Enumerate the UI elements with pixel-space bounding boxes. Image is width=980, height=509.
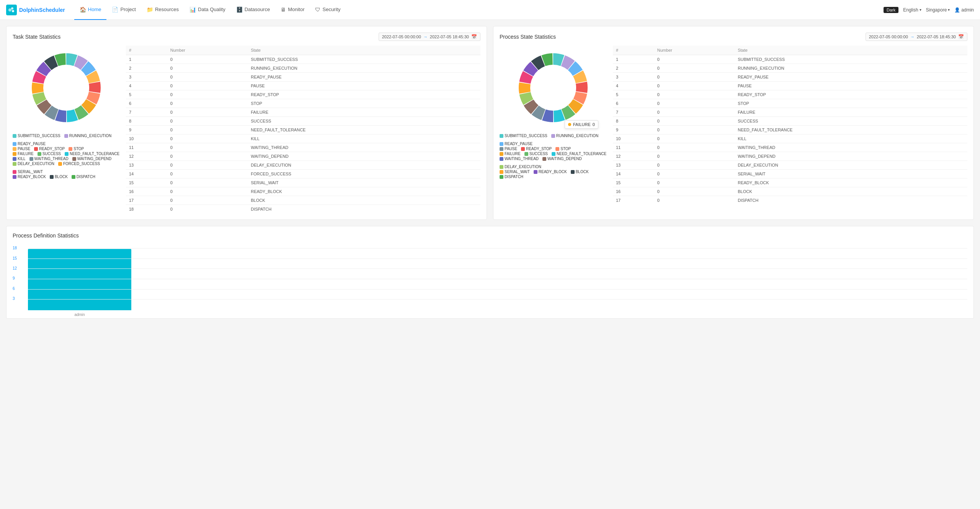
- legend-item: READY_STOP: [34, 147, 65, 151]
- legend-item: SERIAL_WAIT: [500, 170, 530, 174]
- y-label-12: 12: [13, 267, 17, 270]
- legend-row: FAILURESUCCESSNEED_FAULT_TOLERANCE: [13, 152, 120, 156]
- row-index: 10: [126, 134, 167, 143]
- legend-label: WAITING_THREAD: [34, 157, 69, 161]
- legend-row: SERIAL_WAITREADY_BLOCKBLOCK: [500, 170, 607, 174]
- legend-label: DISPATCH: [505, 175, 523, 179]
- y-label-6: 6: [13, 287, 17, 291]
- legend-item: SUBMITTED_SUCCESS: [13, 134, 60, 138]
- legend-row: READY_BLOCKBLOCKDISPATCH: [13, 175, 120, 179]
- table-row: 110WAITING_THREAD: [126, 143, 480, 152]
- row-index: 8: [613, 117, 654, 126]
- col-number: #: [126, 46, 167, 55]
- row-count: 0: [654, 73, 735, 82]
- nav-label: Datasource: [245, 7, 270, 12]
- nav-icon: 📄: [112, 7, 118, 13]
- nav-item-monitor[interactable]: 🖥Monitor: [275, 0, 310, 20]
- legend-item: PAUSE: [500, 147, 517, 151]
- row-index: 11: [126, 143, 167, 152]
- row-state: WAITING_THREAD: [248, 143, 480, 152]
- row-index: 18: [126, 205, 167, 214]
- row-index: 14: [126, 170, 167, 178]
- logo[interactable]: DolphinScheduler: [6, 5, 65, 15]
- task-date-to: 2022-07-05 18:45:30: [430, 34, 469, 39]
- legend-item: PAUSE: [13, 147, 30, 151]
- legend-dot: [50, 175, 54, 179]
- legend-label: SERIAL_WAIT: [505, 170, 530, 174]
- legend-label: SUBMITTED_SUCCESS: [505, 134, 547, 138]
- row-state: SUCCESS: [248, 117, 480, 126]
- row-state: KILL: [735, 134, 967, 143]
- theme-button[interactable]: Dark: [884, 7, 898, 13]
- row-state: NEED_FAULT_TOLERANCE: [735, 126, 967, 134]
- row-state: SUCCESS: [735, 117, 967, 126]
- legend-label: FAILURE: [505, 152, 521, 156]
- row-state: PAUSE: [735, 82, 967, 90]
- row-count: 0: [654, 99, 735, 108]
- legend-item: FORCED_SUCCESS: [58, 162, 100, 166]
- legend-label: WAITING_THREAD: [505, 157, 539, 161]
- row-index: 12: [613, 152, 654, 161]
- nav-item-resources[interactable]: 📁Resources: [141, 0, 184, 20]
- row-count: 0: [654, 64, 735, 73]
- process-date-range[interactable]: 2022-07-05 00:00:00 → 2022-07-05 18:45:3…: [866, 33, 967, 41]
- legend-item: BLOCK: [50, 175, 68, 179]
- table-row: 20RUNNING_EXECUTION: [613, 64, 967, 73]
- process-date-from: 2022-07-05 00:00:00: [869, 34, 908, 39]
- row-count: 0: [167, 196, 248, 205]
- user-icon: 👤: [954, 7, 960, 13]
- nav-item-data-quality[interactable]: 📊Data Quality: [184, 0, 231, 20]
- col-count: Number: [167, 46, 248, 55]
- nav-item-project[interactable]: 📄Project: [106, 0, 141, 20]
- row-state: BLOCK: [248, 196, 480, 205]
- task-donut-chart: [24, 46, 108, 130]
- legend-dot: [500, 134, 503, 138]
- row-index: 2: [126, 64, 167, 73]
- task-date-range[interactable]: 2022-07-05 00:00:00 → 2022-07-05 18:45:3…: [379, 33, 480, 41]
- row-state: READY_STOP: [248, 90, 480, 99]
- row-count: 0: [167, 64, 248, 73]
- table-row: 40PAUSE: [126, 82, 480, 90]
- nav-icon: 🏠: [80, 7, 86, 13]
- row-count: 0: [167, 161, 248, 170]
- row-state: DISPATCH: [735, 196, 967, 205]
- legend-label: DELAY_EXECUTION: [18, 162, 54, 166]
- legend-dot: [521, 147, 525, 151]
- region-dropdown[interactable]: Singapore ▾: [926, 7, 950, 13]
- table-row: 60STOP: [613, 99, 967, 108]
- nav-item-home[interactable]: 🏠Home: [74, 0, 107, 20]
- row-count: 0: [167, 99, 248, 108]
- row-state: RUNNING_EXECUTION: [735, 64, 967, 73]
- row-count: 0: [654, 82, 735, 90]
- legend-item: NEED_FAULT_TOLERANCE: [65, 152, 119, 156]
- col-state: State: [735, 46, 967, 55]
- legend-dot: [13, 170, 16, 174]
- legend-dot: [58, 162, 62, 166]
- chevron-down-icon: ▾: [948, 8, 950, 12]
- nav-item-security[interactable]: 🛡Security: [310, 0, 346, 20]
- nav-label: Data Quality: [198, 7, 225, 12]
- legend-dot: [524, 152, 528, 156]
- nav-item-datasource[interactable]: 🗄️Datasource: [231, 0, 275, 20]
- legend-label: RUNNING_EXECUTION: [69, 134, 112, 138]
- row-index: 16: [613, 187, 654, 196]
- arrow-icon: →: [910, 34, 915, 39]
- language-dropdown[interactable]: English ▾: [903, 7, 921, 13]
- legend-item: READY_BLOCK: [13, 175, 46, 179]
- table-row: 50READY_STOP: [613, 90, 967, 99]
- row-count: 0: [167, 178, 248, 187]
- table-row: 140FORCED_SUCCESS: [126, 170, 480, 178]
- row-count: 0: [167, 152, 248, 161]
- legend-label: FORCED_SUCCESS: [63, 162, 100, 166]
- user-dropdown[interactable]: 👤 admin: [954, 7, 974, 13]
- nav-icon: 🛡: [315, 7, 320, 13]
- svg-point-0: [8, 8, 11, 11]
- main-content: Task State Statistics 2022-07-05 00:00:0…: [0, 20, 980, 325]
- table-row: 90NEED_FAULT_TOLERANCE: [126, 126, 480, 134]
- legend-dot: [13, 147, 16, 151]
- legend-item: SERIAL_WAIT: [13, 170, 43, 174]
- row-state: SERIAL_WAIT: [735, 170, 967, 178]
- row-state: RUNNING_EXECUTION: [248, 64, 480, 73]
- table-row: 120WAITING_DEPEND: [126, 152, 480, 161]
- row-index: 7: [613, 108, 654, 117]
